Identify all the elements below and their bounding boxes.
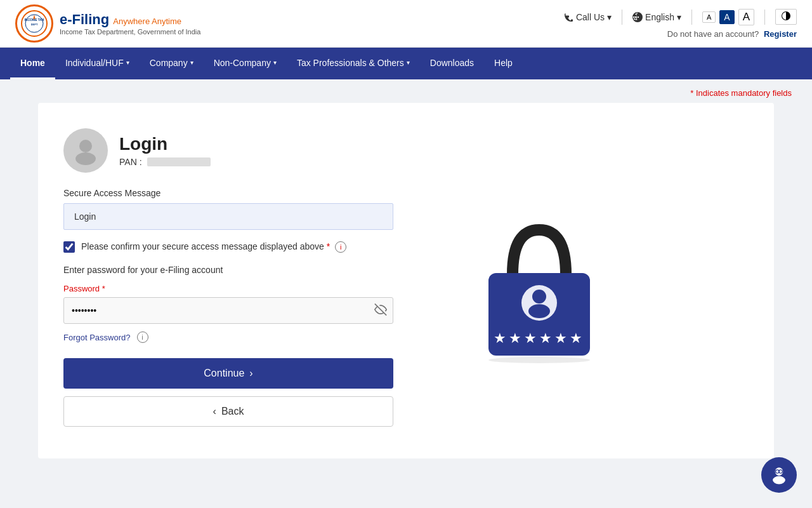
chatbot-button[interactable]	[761, 457, 797, 493]
nav-bar: Home Individual/HUF ▾ Company ▾ Non-Comp…	[0, 48, 812, 79]
language-label: English	[645, 12, 674, 22]
register-link[interactable]: Register	[764, 29, 797, 39]
call-us-button[interactable]: Call Us ▾	[563, 12, 612, 22]
password-input-wrap	[63, 297, 393, 324]
font-medium-button[interactable]: A	[719, 10, 734, 24]
nav-help-label: Help	[494, 58, 513, 68]
forgot-password-link[interactable]: Forgot Password?	[63, 333, 131, 342]
language-chevron-icon: ▾	[677, 12, 681, 22]
chatbot-icon	[768, 464, 790, 486]
nav-taxprofessionals-chevron: ▾	[407, 59, 410, 66]
password-asterisk: *	[102, 284, 105, 293]
top-right: Call Us ▾ English ▾ A A A	[563, 9, 797, 39]
secure-access-label: Secure Access Message	[63, 188, 393, 198]
svg-point-6	[75, 152, 96, 165]
lock-illustration: ★★★★★★	[469, 198, 609, 363]
nav-home-label: Home	[20, 58, 45, 68]
font-controls: A A A	[702, 9, 754, 25]
svg-text:DEPT: DEPT	[31, 23, 38, 26]
no-account-text: Do not have an account?	[667, 29, 759, 39]
pan-masked-value	[147, 157, 211, 166]
logo-efiling: e-Filing Anywhere Anytime	[60, 11, 200, 28]
nav-company[interactable]: Company ▾	[140, 48, 204, 79]
secure-message-box: Login	[63, 203, 393, 230]
font-large-button[interactable]: A	[738, 9, 754, 25]
font-small-button[interactable]: A	[702, 11, 716, 23]
password-input[interactable]	[63, 297, 393, 324]
confirm-info-icon[interactable]: i	[335, 241, 346, 253]
eye-toggle-button[interactable]	[374, 304, 387, 318]
register-row: Do not have an account? Register	[667, 29, 797, 39]
continue-chevron: ›	[249, 368, 252, 379]
confirm-text-container: Please confirm your secure access messag…	[81, 240, 346, 253]
forgot-info-icon[interactable]: i	[137, 331, 148, 343]
nav-individual-chevron: ▾	[126, 59, 129, 66]
pan-row: PAN :	[119, 157, 211, 167]
logo-text: e-Filing Anywhere Anytime Income Tax Dep…	[60, 11, 200, 36]
nav-company-chevron: ▾	[190, 59, 193, 66]
nav-help[interactable]: Help	[484, 48, 523, 79]
phone-icon	[563, 12, 573, 22]
main-card: Login PAN : Secure Access Message Login …	[38, 103, 774, 458]
call-chevron-icon: ▾	[607, 12, 612, 22]
nav-individual[interactable]: Individual/HUF ▾	[55, 48, 140, 79]
nav-taxprofessionals[interactable]: Tax Professionals & Others ▾	[287, 48, 420, 79]
secure-message-value: Login	[74, 211, 96, 222]
user-info: Login PAN :	[119, 134, 211, 167]
login-title: Login	[119, 134, 211, 154]
divider	[622, 10, 622, 25]
nav-downloads-label: Downloads	[430, 58, 474, 68]
forgot-row: Forgot Password? i	[63, 331, 393, 343]
user-header: Login PAN :	[63, 128, 393, 173]
mandatory-asterisk: *	[690, 88, 693, 98]
back-button[interactable]: ‹ Back	[63, 396, 393, 427]
lock-shadow	[488, 357, 590, 363]
nav-noncompany-label: Non-Company	[214, 58, 271, 68]
continue-button[interactable]: Continue ›	[63, 358, 393, 389]
contrast-icon	[781, 11, 791, 21]
back-label: Back	[221, 406, 244, 417]
nav-noncompany[interactable]: Non-Company ▾	[204, 48, 287, 79]
lock-svg: ★★★★★★	[469, 198, 609, 363]
back-chevron: ‹	[213, 406, 216, 417]
top-controls: Call Us ▾ English ▾ A A A	[563, 9, 797, 25]
svg-point-10	[532, 290, 546, 304]
illustration-section: ★★★★★★	[419, 128, 660, 433]
confirm-checkbox[interactable]	[63, 241, 75, 253]
password-field-label: Password *	[63, 284, 393, 293]
svg-text:★★★★★★: ★★★★★★	[494, 330, 585, 346]
eye-off-icon	[374, 304, 387, 316]
contrast-button[interactable]	[775, 9, 797, 25]
divider2	[691, 10, 692, 25]
avatar	[63, 128, 108, 173]
pan-label: PAN :	[119, 157, 142, 167]
form-section: Login PAN : Secure Access Message Login …	[63, 128, 393, 433]
nav-company-label: Company	[150, 58, 188, 68]
nav-individual-label: Individual/HUF	[65, 58, 124, 68]
language-button[interactable]: English ▾	[632, 12, 681, 22]
nav-noncompany-chevron: ▾	[273, 59, 277, 66]
top-bar: INCOME TAX DEPT e-Filing Anywhere Anytim…	[0, 0, 812, 48]
svg-point-5	[79, 140, 92, 152]
svg-point-11	[528, 304, 550, 318]
call-us-label: Call Us	[576, 12, 605, 22]
mandatory-text: Indicates mandatory fields	[696, 88, 792, 98]
globe-icon	[632, 12, 643, 22]
mandatory-note: * Indicates mandatory fields	[0, 79, 812, 103]
logo-tagline: Anywhere Anytime	[113, 17, 181, 26]
logo-area: INCOME TAX DEPT e-Filing Anywhere Anytim…	[15, 4, 200, 43]
nav-downloads[interactable]: Downloads	[420, 48, 484, 79]
divider3	[764, 10, 765, 25]
confirm-row: Please confirm your secure access messag…	[63, 240, 393, 253]
password-label-text: Password	[63, 284, 100, 293]
nav-taxprofessionals-label: Tax Professionals & Others	[297, 58, 404, 68]
svg-point-14	[773, 476, 785, 485]
logo-subtitle: Income Tax Department, Government of Ind…	[60, 28, 200, 36]
confirm-asterisk: *	[327, 241, 330, 251]
confirm-text: Please confirm your secure access messag…	[81, 241, 346, 251]
page-content: * Indicates mandatory fields Login PAN :	[0, 79, 812, 508]
password-section-label: Enter password for your e-Filing account	[63, 265, 393, 275]
nav-home[interactable]: Home	[10, 48, 55, 79]
avatar-icon	[70, 135, 102, 166]
emblem-logo: INCOME TAX DEPT	[15, 4, 53, 43]
